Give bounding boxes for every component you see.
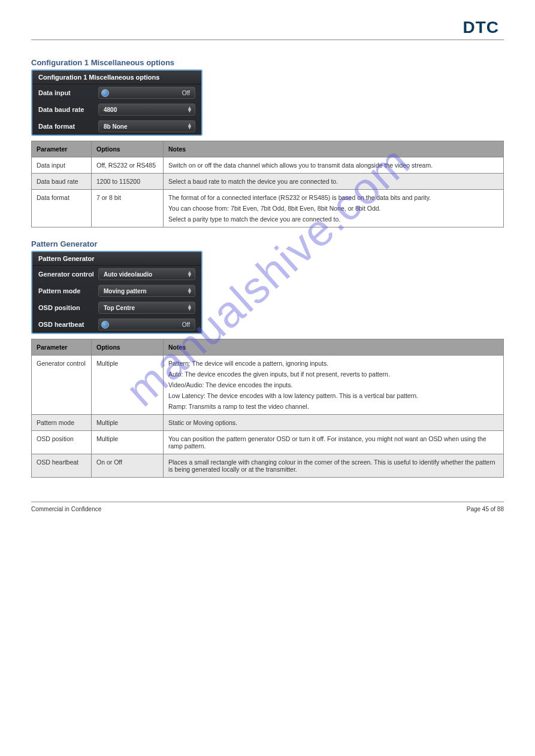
toggle-handle-icon <box>101 321 109 329</box>
label-baud-rate: Data baud rate <box>38 106 98 113</box>
select-value: Moving pattern <box>104 288 147 294</box>
row-data-input: Data input Off <box>32 84 201 101</box>
header-divider <box>31 40 504 40</box>
cell-options: Multiple <box>92 431 164 454</box>
row-data-format: Data format 8b None ▲▼ <box>32 118 201 135</box>
table-row: Generator control Multiple Pattern: The … <box>32 356 504 415</box>
cell-parameter: OSD position <box>32 431 92 454</box>
select-arrows-icon: ▲▼ <box>187 288 191 294</box>
row-osd-heartbeat: OSD heartbeat Off <box>32 316 201 333</box>
cell-options: Multiple <box>92 356 164 415</box>
select-value: 8b None <box>104 123 127 130</box>
section-title-pattern-generator: Pattern Generator <box>31 239 504 248</box>
cell-notes: Select a baud rate to match the device y… <box>164 174 504 190</box>
cell-parameter: Data baud rate <box>32 174 92 190</box>
select-osd-position[interactable]: Top Centre ▲▼ <box>98 302 195 314</box>
cell-notes: Places a small rectangle with changing c… <box>164 454 504 478</box>
toggle-handle-icon <box>101 89 109 97</box>
select-arrows-icon: ▲▼ <box>187 305 191 311</box>
cell-notes: Pattern: The device will encode a patter… <box>164 356 504 415</box>
cell-options: 1200 to 115200 <box>92 174 164 190</box>
table-row: Data format 7 or 8 bit The format of for… <box>32 190 504 227</box>
table-row: OSD position Multiple You can position t… <box>32 431 504 454</box>
brand-logo: DTC <box>31 18 504 37</box>
row-data-baud-rate: Data baud rate 4800 ▲▼ <box>32 101 201 118</box>
cell-options: 7 or 8 bit <box>92 190 164 227</box>
toggle-value: Off <box>182 321 190 328</box>
table-pattern-generator: Parameter Options Notes Generator contro… <box>31 339 504 478</box>
cell-options: Multiple <box>92 415 164 431</box>
cell-options: Off, RS232 or RS485 <box>92 157 164 174</box>
th-parameter: Parameter <box>32 339 92 356</box>
row-pattern-mode: Pattern mode Moving pattern ▲▼ <box>32 283 201 299</box>
table-misc-options: Parameter Options Notes Data input Off, … <box>31 141 504 227</box>
cell-parameter: Generator control <box>32 356 92 415</box>
cell-options: On or Off <box>92 454 164 478</box>
toggle-data-input[interactable]: Off <box>98 87 195 99</box>
th-options: Options <box>92 339 164 356</box>
table-row: OSD heartbeat On or Off Places a small r… <box>32 454 504 478</box>
select-value: 4800 <box>104 107 117 113</box>
ui-panel-misc-options: Configuration 1 Miscellaneous options Da… <box>31 69 202 136</box>
select-arrows-icon: ▲▼ <box>187 107 191 113</box>
cell-notes: Switch on or off the data channel which … <box>164 157 504 174</box>
label-data-format: Data format <box>38 123 98 130</box>
th-notes: Notes <box>164 141 504 157</box>
th-notes: Notes <box>164 339 504 356</box>
select-baud-rate[interactable]: 4800 ▲▼ <box>98 104 195 116</box>
th-parameter: Parameter <box>32 141 92 157</box>
page-footer: Commercial in Confidence Page 45 of 88 <box>31 502 504 512</box>
toggle-value: Off <box>182 90 190 96</box>
panel-title: Configuration 1 Miscellaneous options <box>32 71 201 84</box>
select-data-format[interactable]: 8b None ▲▼ <box>98 120 195 132</box>
cell-parameter: OSD heartbeat <box>32 454 92 478</box>
cell-parameter: Data format <box>32 190 92 227</box>
label-data-input: Data input <box>38 89 98 96</box>
table-row: Pattern mode Multiple Static or Moving o… <box>32 415 504 431</box>
select-value: Top Centre <box>104 305 135 311</box>
table-row: Data input Off, RS232 or RS485 Switch on… <box>32 157 504 174</box>
row-generator-control: Generator control Auto video/audio ▲▼ <box>32 266 201 283</box>
cell-parameter: Data input <box>32 157 92 174</box>
label-osd-position: OSD position <box>38 304 98 311</box>
label-pattern-mode: Pattern mode <box>38 287 98 294</box>
section-title-misc-options: Configuration 1 Miscellaneous options <box>31 58 504 67</box>
panel-title: Pattern Generator <box>32 252 201 266</box>
select-generator-control[interactable]: Auto video/audio ▲▼ <box>98 268 195 280</box>
ui-panel-pattern-generator: Pattern Generator Generator control Auto… <box>31 251 202 334</box>
table-row: Data baud rate 1200 to 115200 Select a b… <box>32 174 504 190</box>
row-osd-position: OSD position Top Centre ▲▼ <box>32 299 201 316</box>
select-value: Auto video/audio <box>104 271 152 278</box>
cell-parameter: Pattern mode <box>32 415 92 431</box>
select-arrows-icon: ▲▼ <box>187 271 191 277</box>
th-options: Options <box>92 141 164 157</box>
label-osd-heartbeat: OSD heartbeat <box>38 321 98 328</box>
select-arrows-icon: ▲▼ <box>187 123 191 129</box>
cell-notes: Static or Moving options. <box>164 415 504 431</box>
footer-left: Commercial in Confidence <box>31 506 101 512</box>
cell-notes: You can position the pattern generator O… <box>164 431 504 454</box>
toggle-osd-heartbeat[interactable]: Off <box>98 318 195 330</box>
select-pattern-mode[interactable]: Moving pattern ▲▼ <box>98 285 195 297</box>
label-generator-control: Generator control <box>38 271 98 278</box>
footer-right: Page 45 of 88 <box>467 506 504 512</box>
cell-notes: The format of for a connected interface … <box>164 190 504 227</box>
